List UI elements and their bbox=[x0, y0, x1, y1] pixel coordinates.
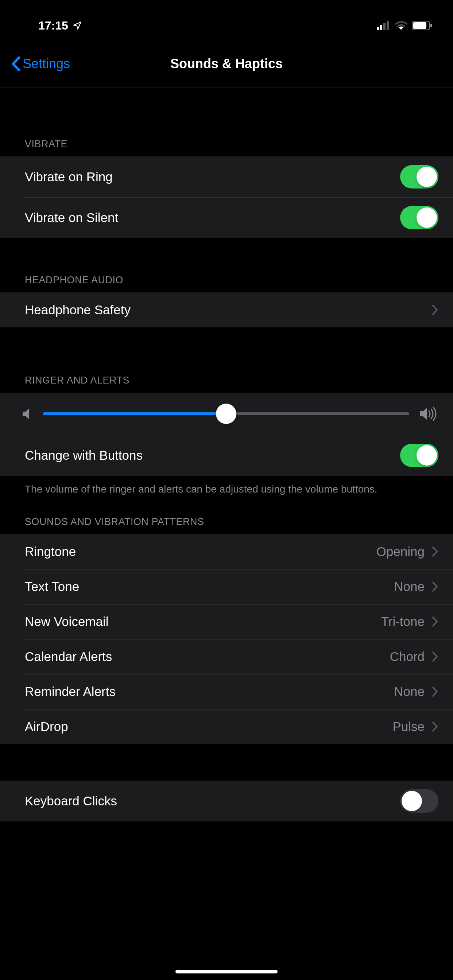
row-label: Vibrate on Ring bbox=[25, 170, 400, 184]
row-volume-slider bbox=[0, 393, 453, 435]
slider-thumb[interactable] bbox=[216, 404, 236, 424]
row-label: Reminder Alerts bbox=[25, 684, 394, 699]
status-left: 17:15 bbox=[38, 19, 82, 32]
row-vibrate-on-ring[interactable]: Vibrate on Ring bbox=[0, 156, 453, 197]
row-change-with-buttons[interactable]: Change with Buttons bbox=[0, 435, 453, 476]
svg-rect-3 bbox=[387, 21, 389, 30]
toggle-vibrate-on-ring[interactable] bbox=[400, 165, 439, 188]
row-vibrate-on-silent[interactable]: Vibrate on Silent bbox=[0, 197, 453, 238]
row-ringtone[interactable]: Ringtone Opening bbox=[0, 534, 453, 569]
toggle-knob bbox=[416, 167, 437, 187]
row-text-tone[interactable]: Text Tone None bbox=[0, 569, 453, 604]
row-value: Chord bbox=[390, 649, 424, 664]
row-label: Ringtone bbox=[25, 544, 376, 559]
home-indicator[interactable] bbox=[175, 970, 278, 974]
navigation-bar: Settings Sounds & Haptics bbox=[0, 40, 453, 88]
row-label: Text Tone bbox=[25, 579, 394, 594]
section-header-vibrate: VIBRATE bbox=[0, 117, 453, 156]
chevron-right-icon bbox=[432, 721, 439, 732]
row-new-voicemail[interactable]: New Voicemail Tri-tone bbox=[0, 604, 453, 639]
row-value: Pulse bbox=[392, 719, 424, 734]
row-value: Tri-tone bbox=[381, 614, 424, 629]
row-label: New Voicemail bbox=[25, 614, 381, 629]
speaker-high-icon bbox=[420, 407, 437, 421]
row-keyboard-clicks[interactable]: Keyboard Clicks bbox=[0, 781, 453, 821]
page-title: Sounds & Haptics bbox=[170, 56, 283, 72]
chevron-right-icon bbox=[432, 581, 439, 592]
back-label: Settings bbox=[22, 56, 70, 72]
volume-slider[interactable] bbox=[43, 406, 409, 422]
group-keyboard: Keyboard Clicks bbox=[0, 781, 453, 821]
section-footer-ringer-alerts: The volume of the ringer and alerts can … bbox=[0, 476, 453, 500]
toggle-keyboard-clicks[interactable] bbox=[400, 789, 439, 813]
chevron-right-icon bbox=[432, 651, 439, 662]
row-reminder-alerts[interactable]: Reminder Alerts None bbox=[0, 674, 453, 709]
chevron-left-icon bbox=[11, 56, 21, 72]
cellular-icon bbox=[377, 21, 391, 30]
svg-rect-1 bbox=[380, 25, 382, 30]
toggle-knob bbox=[416, 207, 437, 228]
row-headphone-safety[interactable]: Headphone Safety bbox=[0, 293, 453, 328]
status-time: 17:15 bbox=[38, 19, 68, 32]
toggle-vibrate-on-silent[interactable] bbox=[400, 206, 439, 229]
chevron-right-icon bbox=[432, 546, 439, 557]
status-right bbox=[377, 21, 433, 30]
section-header-ringer-alerts: RINGER AND ALERTS bbox=[0, 328, 453, 393]
row-label: Keyboard Clicks bbox=[25, 794, 400, 808]
group-vibrate: Vibrate on Ring Vibrate on Silent bbox=[0, 156, 453, 238]
status-bar: 17:15 bbox=[0, 0, 453, 40]
row-calendar-alerts[interactable]: Calendar Alerts Chord bbox=[0, 639, 453, 674]
chevron-right-icon bbox=[432, 686, 439, 697]
row-label: Calendar Alerts bbox=[25, 649, 390, 664]
svg-rect-0 bbox=[377, 27, 379, 30]
chevron-right-icon bbox=[432, 616, 439, 627]
section-header-headphone-audio: HEADPHONE AUDIO bbox=[0, 238, 453, 293]
speaker-low-icon bbox=[22, 407, 33, 420]
row-label: Headphone Safety bbox=[25, 302, 432, 317]
back-button[interactable]: Settings bbox=[11, 56, 70, 72]
row-label: Change with Buttons bbox=[25, 448, 400, 463]
row-label: AirDrop bbox=[25, 719, 392, 734]
group-headphone-audio: Headphone Safety bbox=[0, 293, 453, 328]
svg-rect-2 bbox=[383, 23, 386, 30]
toggle-knob bbox=[402, 791, 422, 811]
row-label: Vibrate on Silent bbox=[25, 210, 400, 225]
group-sounds-patterns: Ringtone Opening Text Tone None New Voic… bbox=[0, 534, 453, 744]
toggle-knob bbox=[416, 445, 437, 466]
row-value: None bbox=[394, 684, 424, 699]
row-value: Opening bbox=[376, 544, 424, 559]
row-value: None bbox=[394, 579, 424, 594]
section-header-sounds-patterns: SOUNDS AND VIBRATION PATTERNS bbox=[0, 500, 453, 534]
group-ringer-alerts: Change with Buttons bbox=[0, 393, 453, 476]
svg-rect-6 bbox=[413, 22, 426, 29]
battery-icon bbox=[412, 21, 433, 30]
toggle-change-with-buttons[interactable] bbox=[400, 444, 439, 467]
wifi-icon bbox=[395, 21, 407, 30]
svg-rect-7 bbox=[431, 24, 432, 27]
row-airdrop[interactable]: AirDrop Pulse bbox=[0, 709, 453, 744]
chevron-right-icon bbox=[432, 304, 439, 315]
location-icon bbox=[73, 21, 82, 30]
